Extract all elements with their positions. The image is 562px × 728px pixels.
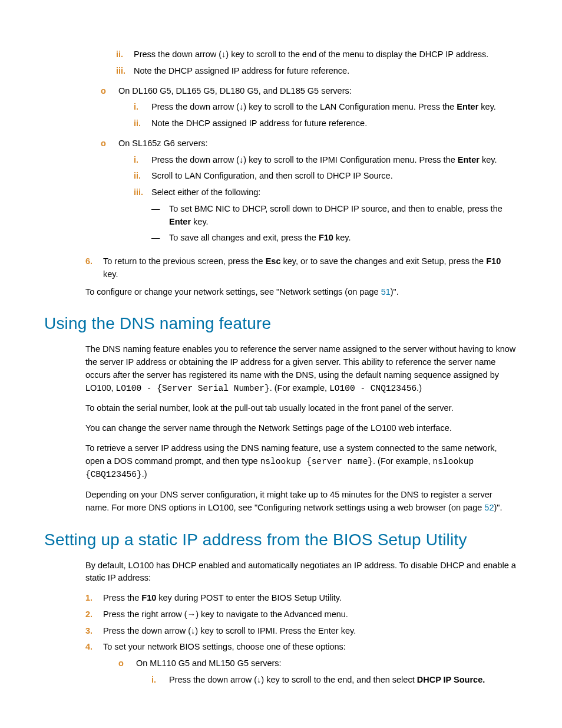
heading-dns: Using the DNS naming feature — [44, 311, 518, 336]
text: ) key to navigate to the Advanced menu. — [196, 610, 348, 619]
page-link-51[interactable]: 51 — [381, 287, 391, 297]
code-text: LO100 - {Server Serial Number} — [116, 384, 270, 393]
code-text: nslookup {server name} — [260, 457, 373, 466]
text: On ML110 G5 and ML150 G5 servers: — [136, 658, 282, 668]
dash-item: — To save all changes and exit, press th… — [151, 232, 518, 245]
content-block-top: ii. Press the down arrow (↓) key to scro… — [85, 45, 518, 298]
text: .) — [416, 383, 422, 393]
bold-text: DHCP IP Source. — [417, 675, 485, 684]
step-ii: ii. Scroll to LAN Configuration, and the… — [134, 170, 518, 183]
step-6: 6. To return to the previous screen, pre… — [85, 255, 518, 281]
text: Depending on your DNS server configurati… — [85, 490, 492, 512]
paragraph: By default, LO100 has DHCP enabled and a… — [85, 559, 518, 585]
text: .) — [142, 469, 147, 479]
paragraph: To retrieve a server IP address using th… — [85, 442, 518, 482]
step-1: 1. Press the F10 key during POST to ente… — [85, 592, 518, 605]
dash-item: — To set BMC NIC to DHCP, scroll down to… — [151, 203, 518, 229]
text: Select either of the following: — [151, 187, 260, 197]
step-i: i. Press the down arrow (↓) key to scrol… — [134, 101, 518, 114]
bullet-dl-servers: o On DL160 G5, DL165 G5, DL180 G5, and D… — [101, 85, 518, 134]
text: . (For example, — [270, 383, 330, 393]
text: On DL160 G5, DL165 G5, DL180 G5, and DL1… — [118, 86, 352, 95]
paragraph: You can change the server name through t… — [85, 422, 518, 435]
text: key. — [333, 233, 351, 242]
step-2: 2. Press the right arrow (→) key to navi… — [85, 608, 518, 621]
text: To return to the previous screen, press … — [103, 256, 266, 266]
text: To set BMC NIC to DHCP, scroll down to D… — [169, 204, 503, 213]
bullet-sl-servers: o On SL165z G6 servers: i. Press the dow… — [101, 137, 518, 252]
text: To save all changes and exit, press the — [169, 233, 319, 242]
text: To configure or change your network sett… — [85, 287, 381, 297]
text: Press the down arrow ( — [151, 155, 239, 164]
text: key, or to save the changes and exit Set… — [280, 256, 486, 266]
text: . (For example, — [373, 456, 433, 466]
text: Note the DHCP assigned IP address for fu… — [134, 65, 518, 78]
text: )". — [494, 503, 502, 512]
text: Press the down arrow ( — [134, 50, 222, 59]
heading-static-ip: Setting up a static IP address from the … — [44, 528, 518, 552]
text: key during POST to enter the BIOS Setup … — [156, 593, 342, 602]
step-4: 4. To set your network BIOS settings, ch… — [85, 641, 518, 693]
text: key. — [478, 102, 496, 111]
text: key. — [191, 217, 209, 226]
step-ii: ii. Note the DHCP assigned IP address fo… — [134, 117, 518, 130]
text: Press the down arrow ( — [151, 102, 239, 111]
paragraph-network-settings: To configure or change your network sett… — [85, 286, 518, 299]
text: ) key to scroll to IPMI. Press the Enter… — [195, 626, 356, 635]
text: Press the down arrow ( — [103, 626, 191, 635]
paragraph: Depending on your DNS server configurati… — [85, 489, 518, 515]
code-text: LO100 - CNQ123456 — [329, 384, 416, 393]
text: On SL165z G6 servers: — [118, 139, 208, 148]
text: Press the right arrow ( — [103, 610, 187, 619]
text: Press the down arrow ( — [169, 675, 257, 684]
text: key. — [480, 155, 497, 164]
step-3: 3. Press the down arrow (↓) key to scrol… — [85, 625, 518, 638]
content-block-dns: The DNS naming feature enables you to re… — [85, 343, 518, 514]
bullet-ml-servers: o On ML110 G5 and ML150 G5 servers: i. P… — [118, 657, 518, 690]
text: key. — [103, 269, 118, 279]
step-iii: iii. Select either of the following: — T… — [134, 186, 518, 248]
bold-text: Esc — [266, 256, 281, 266]
bold-text: Enter — [457, 102, 478, 111]
paragraph: To obtain the serial number, look at the… — [85, 402, 518, 415]
bold-text: Enter — [458, 155, 480, 164]
text: ) key to scroll to the IPMI Configuratio… — [243, 155, 457, 164]
bold-text: Enter — [169, 217, 191, 226]
text: ) key to scroll to the LAN Configuration… — [243, 102, 457, 111]
text: Scroll to LAN Configuration, and then sc… — [151, 170, 518, 183]
bold-text: F10 — [319, 233, 333, 242]
bold-text: F10 — [486, 256, 501, 266]
text: To set your network BIOS settings, choos… — [103, 642, 346, 651]
bold-text: F10 — [141, 593, 156, 602]
content-block-static: By default, LO100 has DHCP enabled and a… — [85, 559, 518, 694]
text: Press the — [103, 593, 141, 602]
step-ii: ii. Press the down arrow (↓) key to scro… — [116, 48, 518, 61]
step-i: i. Press the down arrow (↓) key to scrol… — [151, 674, 518, 687]
paragraph: The DNS naming feature enables you to re… — [85, 343, 518, 395]
step-iii: iii. Note the DHCP assigned IP address f… — [116, 65, 518, 78]
step-i: i. Press the down arrow (↓) key to scrol… — [134, 154, 518, 167]
page-link-52[interactable]: 52 — [484, 503, 494, 512]
right-arrow-icon: → — [187, 610, 196, 619]
text: Note the DHCP assigned IP address for fu… — [151, 117, 518, 130]
text: ) key to scroll to the end of the menu t… — [226, 50, 488, 59]
text: ) key to scroll to the end, and then sel… — [261, 675, 416, 684]
text: )". — [391, 287, 399, 297]
